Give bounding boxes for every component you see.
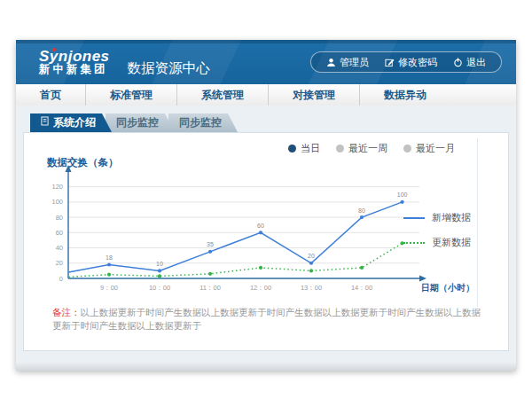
radio-dot-icon (336, 145, 344, 153)
logout-button[interactable]: 退出 (445, 56, 494, 69)
nav-item-system-mgmt[interactable]: 系统管理 (177, 84, 269, 106)
radio-label: 当日 (301, 142, 320, 155)
current-user-button[interactable]: 管理员 (318, 56, 377, 69)
app-header: Synjones 新中新集团 数据资源中心 管理员 修改密码 退出 (16, 40, 516, 84)
radio-label: 最近一周 (348, 142, 387, 155)
nav-item-home[interactable]: 首页 (16, 84, 86, 106)
svg-text:35: 35 (207, 241, 214, 247)
radio-dot-icon (403, 145, 411, 153)
svg-text:13：00: 13：00 (301, 284, 322, 292)
svg-text:60: 60 (257, 223, 264, 229)
current-user-label: 管理员 (340, 56, 369, 69)
tab-label: 同步监控 (179, 113, 222, 132)
nav-item-data-change[interactable]: 数据异动 (360, 84, 450, 106)
svg-text:14：00: 14：00 (351, 284, 372, 292)
svg-text:9：00: 9：00 (100, 284, 118, 292)
dotted-line-swatch-icon (403, 242, 425, 244)
svg-text:100: 100 (397, 192, 408, 198)
svg-text:20: 20 (56, 259, 63, 267)
svg-text:40: 40 (56, 244, 63, 252)
tab-label: 同步监控 (116, 113, 159, 132)
panel-divider (477, 138, 478, 307)
legend-label: 更新数据 (432, 236, 471, 249)
svg-text:11：00: 11：00 (200, 284, 221, 292)
tab-sync-monitor-2[interactable]: 同步监控 (168, 113, 238, 132)
radio-last-month[interactable]: 最近一月 (403, 142, 455, 155)
svg-text:60: 60 (56, 229, 63, 237)
user-menu: 管理员 修改密码 退出 (310, 51, 502, 73)
logo-subtext: 新中新集团 (39, 64, 110, 75)
svg-text:20: 20 (308, 253, 315, 259)
change-password-label: 修改密码 (398, 56, 437, 69)
company-logo: Synjones 新中新集团 (39, 49, 110, 76)
app-window: Synjones 新中新集团 数据资源中心 管理员 修改密码 退出 (16, 40, 516, 371)
footnote: 备注：以上数据更新于时间产生数据以上数据更新于时间产生数据以上数据更新于时间产生… (52, 306, 489, 332)
page-title: 数据资源中心 (128, 59, 210, 78)
solid-line-swatch-icon (403, 217, 425, 219)
main-nav: 首页 标准管理 系统管理 对接管理 数据异动 (16, 84, 516, 106)
edit-icon (385, 58, 395, 67)
tab-sync-monitor-1[interactable]: 同步监控 (106, 113, 175, 132)
legend-item-update-data[interactable]: 更新数据 (403, 236, 471, 249)
svg-text:10：00: 10：00 (149, 284, 170, 292)
svg-text:0: 0 (59, 275, 63, 283)
window-footer (16, 362, 516, 371)
svg-text:120: 120 (51, 183, 63, 191)
nav-item-standard-mgmt[interactable]: 标准管理 (86, 84, 177, 106)
radio-label: 最近一月 (416, 142, 455, 155)
svg-text:12：00: 12：00 (250, 284, 271, 292)
svg-text:100: 100 (51, 198, 63, 206)
radio-last-week[interactable]: 最近一周 (336, 142, 387, 155)
footnote-text: 以上数据更新于时间产生数据以上数据更新于时间产生数据以上数据更新于时间产生数据以… (52, 307, 481, 331)
power-icon (453, 58, 463, 67)
logout-label: 退出 (466, 56, 486, 69)
tab-system-intro[interactable]: 系统介绍 (30, 113, 112, 132)
footnote-label: 备注： (52, 307, 81, 317)
change-password-button[interactable]: 修改密码 (377, 56, 445, 69)
tab-label: 系统介绍 (53, 113, 96, 132)
legend-item-new-data[interactable]: 新增数据 (403, 211, 471, 224)
svg-text:10: 10 (156, 261, 163, 267)
legend-label: 新增数据 (432, 211, 471, 224)
radio-today[interactable]: 当日 (288, 142, 320, 155)
svg-text:80: 80 (358, 207, 365, 214)
logo-red-dot-icon (52, 48, 56, 51)
chart-legend: 新增数据 更新数据 (403, 211, 471, 261)
user-icon (326, 58, 336, 67)
time-filter-group: 当日 最近一周 最近一月 (288, 142, 455, 155)
document-icon (41, 113, 49, 132)
svg-text:18: 18 (106, 254, 113, 261)
nav-item-interface-mgmt[interactable]: 对接管理 (269, 84, 360, 106)
svg-text:日期（小时）: 日期（小时） (421, 283, 474, 293)
logo-text: Synjones (39, 49, 110, 65)
radio-dot-icon (288, 145, 296, 153)
content-area: 系统介绍 同步监控 同步监控 当日 最近一周 (16, 106, 516, 371)
svg-text:80: 80 (56, 214, 63, 222)
tab-bar: 系统介绍 同步监控 同步监控 (30, 113, 516, 132)
chart-panel: 当日 最近一周 最近一月 数据交换（条） 0204060801001209：00… (23, 132, 509, 351)
